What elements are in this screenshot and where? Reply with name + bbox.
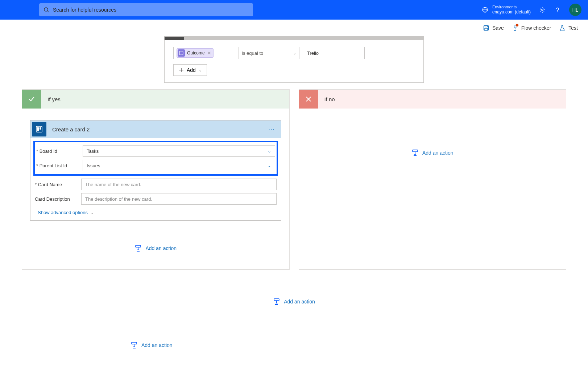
close-icon — [299, 90, 318, 109]
save-icon — [483, 25, 489, 31]
test-button[interactable]: Test — [559, 25, 578, 31]
show-advanced-options-link[interactable]: Show advanced options ⌄ — [30, 206, 94, 215]
avatar-initials: HL — [572, 7, 579, 13]
environment-picker[interactable]: Environments enayu.com (default) — [481, 4, 531, 15]
condition-branches: If yes Create a card 2 ··· — [22, 89, 566, 270]
add-action-no-branch[interactable]: Add an action — [307, 149, 558, 156]
action-card-more-button[interactable]: ··· — [263, 126, 281, 132]
action-card-title: Create a card 2 — [48, 126, 263, 132]
branch-yes-label: If yes — [41, 96, 61, 102]
branch-no-header: If no — [299, 90, 566, 109]
card-desc-text-input[interactable] — [85, 196, 273, 202]
field-card-description: Card Description — [30, 192, 281, 206]
board-id-label: Board Id — [40, 148, 57, 154]
token-icon — [178, 49, 185, 57]
field-board-id: * Board Id Tasks ⌄ — [35, 144, 277, 158]
chevron-down-icon: ⌄ — [268, 148, 271, 154]
condition-operator-dropdown[interactable]: is equal to ⌄ — [239, 47, 299, 59]
add-action-label: Add an action — [145, 245, 177, 251]
token-label: Outcome — [187, 50, 205, 56]
add-action-icon — [411, 149, 419, 156]
svg-rect-13 — [37, 127, 39, 131]
svg-point-5 — [542, 9, 543, 11]
condition-add-button[interactable]: Add ⌄ — [173, 64, 207, 76]
condition-right-operand[interactable]: Trello — [304, 47, 365, 59]
branch-yes-header: If yes — [22, 90, 289, 109]
condition-value: Trello — [307, 50, 319, 56]
test-icon — [559, 25, 566, 31]
plus-icon — [179, 68, 184, 73]
add-action-yes-branch[interactable]: Add an action — [30, 245, 281, 252]
environment-label: Environments — [492, 4, 531, 9]
condition-add-label: Add — [187, 67, 196, 73]
search-box[interactable] — [39, 3, 253, 16]
save-label: Save — [492, 25, 504, 31]
dynamic-token-outcome[interactable]: Outcome ✕ — [177, 48, 214, 58]
add-action-icon — [134, 245, 142, 252]
svg-rect-15 — [136, 245, 141, 247]
action-card-header[interactable]: Create a card 2 ··· — [30, 121, 281, 138]
svg-rect-16 — [413, 150, 418, 152]
card-name-text-input[interactable] — [85, 182, 273, 187]
add-action-after-condition[interactable]: Add an action — [22, 298, 566, 305]
add-action-label: Add an action — [284, 299, 315, 305]
add-action-outer[interactable]: Add an action — [131, 342, 566, 349]
flow-checker-label: Flow checker — [521, 25, 551, 31]
field-parent-list-id: * Parent List Id Issues ⌄ — [35, 158, 277, 173]
condition-operator-label: is equal to — [242, 50, 263, 56]
save-button[interactable]: Save — [483, 25, 504, 31]
board-id-dropdown[interactable]: Tasks ⌄ — [83, 145, 275, 157]
settings-icon[interactable] — [539, 6, 546, 13]
parent-list-label: Parent List Id — [40, 163, 67, 168]
svg-rect-9 — [485, 28, 488, 30]
branch-no: If no Add an action — [299, 89, 567, 270]
svg-rect-12 — [36, 126, 42, 132]
header-right: Environments enayu.com (default) HL — [481, 4, 581, 16]
flow-canvas[interactable]: Outcome ✕ is equal to ⌄ Trello Add ⌄ — [0, 36, 588, 371]
branch-yes: If yes Create a card 2 ··· — [22, 89, 290, 270]
app-header: Environments enayu.com (default) HL — [0, 0, 588, 20]
flow-checker-alert-dot — [515, 24, 519, 27]
svg-point-0 — [44, 8, 48, 11]
trello-icon — [32, 122, 46, 136]
chevron-down-icon: ⌄ — [268, 163, 271, 168]
add-action-icon — [273, 298, 280, 305]
card-name-input[interactable] — [81, 179, 277, 190]
card-desc-label: Card Description — [35, 196, 70, 202]
toolbar: Save Flow checker Test — [0, 20, 588, 36]
parent-list-value: Issues — [87, 163, 100, 168]
help-icon[interactable] — [554, 6, 561, 13]
flow-checker-button[interactable]: Flow checker — [512, 25, 551, 31]
avatar[interactable]: HL — [569, 4, 581, 16]
add-action-icon — [131, 342, 138, 349]
action-card-create-card: Create a card 2 ··· * Board Id Tasks ⌄ — [30, 120, 281, 221]
check-icon — [22, 90, 41, 109]
flow-checker-icon — [512, 25, 518, 31]
board-id-value: Tasks — [87, 148, 99, 154]
condition-left-operand[interactable]: Outcome ✕ — [173, 47, 234, 59]
add-action-label: Add an action — [141, 342, 173, 348]
svg-rect-14 — [40, 127, 41, 130]
card-name-label: Card Name — [38, 182, 62, 187]
field-card-name: * Card Name — [30, 177, 281, 192]
environment-icon — [481, 6, 489, 13]
svg-rect-17 — [274, 299, 279, 301]
add-action-label: Add an action — [422, 150, 454, 156]
svg-rect-11 — [179, 51, 183, 55]
highlighted-fields: * Board Id Tasks ⌄ * Parent List Id Issu… — [33, 141, 278, 176]
chevron-down-icon: ⌄ — [91, 211, 94, 215]
card-desc-input[interactable] — [81, 193, 277, 205]
search-icon — [44, 7, 49, 13]
svg-rect-18 — [132, 342, 137, 344]
condition-card-header-stub — [165, 37, 423, 40]
parent-list-dropdown[interactable]: Issues ⌄ — [83, 160, 275, 171]
svg-rect-8 — [485, 25, 487, 27]
chevron-down-icon: ⌄ — [293, 51, 296, 55]
svg-point-6 — [557, 12, 558, 12]
token-remove-icon[interactable]: ✕ — [208, 51, 211, 56]
svg-line-1 — [47, 11, 49, 12]
advanced-options-label: Show advanced options — [38, 210, 88, 215]
test-label: Test — [568, 25, 578, 31]
branch-no-label: If no — [318, 96, 335, 102]
search-input[interactable] — [53, 7, 249, 13]
